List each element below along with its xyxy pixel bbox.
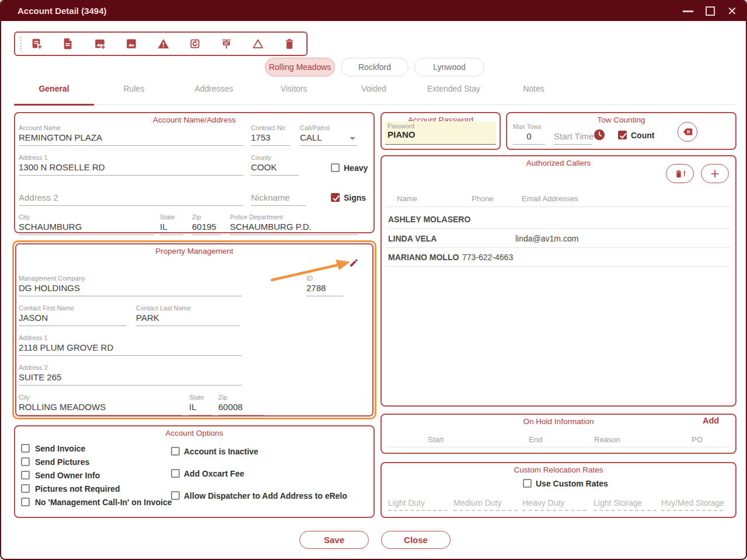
document-icon[interactable] — [61, 36, 76, 51]
count-checkbox[interactable] — [618, 131, 627, 139]
use-custom-rates-checkbox[interactable] — [523, 479, 532, 488]
contact-last-name-field[interactable]: Contact Last Name PARK — [136, 304, 240, 326]
panel-title: Account Name/Address — [15, 116, 374, 124]
county-field[interactable]: County COOK — [251, 153, 299, 176]
triangle-icon[interactable] — [250, 36, 266, 51]
panel-title: On Hold Information — [382, 417, 735, 426]
warning-icon[interactable] — [156, 36, 171, 51]
send-pictures-label: Send Pictures — [35, 457, 89, 467]
allow-dispatcher-checkbox[interactable] — [171, 491, 180, 500]
account-inactive-checkbox[interactable] — [171, 447, 180, 456]
caller-row-name[interactable]: MARIANO MOLLO — [388, 253, 459, 262]
field-value: DG HOLDINGS — [19, 282, 242, 293]
nickname-field[interactable]: Nickname — [251, 184, 306, 206]
note-add-icon[interactable] — [29, 36, 44, 51]
caller-row-phone: 773-622-4663 — [462, 253, 513, 262]
send-owner-info-checkbox[interactable] — [21, 471, 30, 480]
add-oxcart-fee-checkbox[interactable] — [171, 469, 180, 478]
contract-no-field[interactable]: Contract No 1753 — [251, 124, 290, 146]
account-name-field[interactable]: Account Name REMINGTON PLAZA — [19, 124, 243, 146]
toolbar-drag-handle[interactable] — [20, 37, 22, 52]
field-placeholder: Start Time — [554, 131, 592, 142]
field-label — [251, 184, 306, 192]
delete-caller-button[interactable]: ! — [666, 164, 694, 183]
medium-duty-field[interactable]: Medium Duty — [453, 498, 518, 511]
property-management-highlight: Property Management — [12, 240, 376, 419]
signs-checkbox[interactable] — [331, 193, 340, 202]
contact-first-name-field[interactable]: Contact First Name JASON — [19, 304, 127, 326]
field-value: 1300 N ROSELLE RD — [19, 162, 243, 173]
field-label: City — [19, 393, 182, 401]
location-tab-rockford[interactable]: Rockford — [341, 58, 409, 76]
field-label: Max Tows — [513, 123, 545, 131]
add-hold-button[interactable]: Add — [703, 416, 719, 425]
field-value: SCHAUMBURG — [19, 221, 154, 232]
address1-field[interactable]: Address 1 1300 N ROSELLE RD — [19, 153, 243, 176]
pm-city-field[interactable]: City ROLLING MEADOWS — [19, 393, 182, 415]
light-duty-field[interactable]: Light Duty — [388, 498, 448, 511]
edit-pencil-icon[interactable] — [349, 258, 359, 270]
minimize-icon[interactable] — [683, 10, 693, 12]
tab-visitors[interactable]: Visitors — [254, 84, 334, 99]
save-button[interactable]: Save — [299, 531, 369, 549]
pm-address2-field[interactable]: Address 2 SUITE 265 — [19, 363, 242, 386]
tab-voided[interactable]: Voided — [334, 84, 414, 99]
heavy-checkbox[interactable] — [331, 163, 340, 172]
light-storage-field[interactable]: Light Storage — [594, 498, 657, 511]
pm-address1-field[interactable]: Address 1 2118 PLUM GROVE RD — [19, 334, 242, 356]
max-tows-field[interactable]: Max Tows 0 — [513, 123, 545, 145]
field-label: Contract No — [251, 124, 290, 132]
copy-refresh-icon[interactable] — [187, 36, 203, 51]
no-management-callin-checkbox[interactable] — [21, 498, 30, 506]
city-field[interactable]: City SCHAUMBURG — [19, 213, 154, 235]
close-button[interactable]: Close — [381, 531, 451, 549]
send-pictures-checkbox[interactable] — [21, 457, 30, 466]
zip-field[interactable]: Zip 60195 — [192, 213, 221, 235]
start-time-field[interactable]: Start Time — [554, 123, 592, 145]
tab-notes[interactable]: Notes — [494, 84, 574, 99]
field-value: 2118 PLUM GROVE RD — [19, 342, 242, 353]
field-value: PARK — [136, 312, 240, 323]
clock-icon[interactable] — [593, 128, 606, 144]
field-value: SCHAUMBURG P.D. — [230, 221, 358, 232]
maximize-icon[interactable] — [706, 6, 715, 16]
caller-row-name[interactable]: LINDA VELA — [388, 234, 437, 243]
field-label: Address 1 — [19, 153, 243, 162]
photo-icon[interactable] — [124, 36, 139, 51]
hvy-med-storage-field[interactable]: Hvy/Med Storage — [661, 498, 723, 511]
pictures-not-required-checkbox[interactable] — [21, 484, 30, 493]
pm-zip-field[interactable]: Zip 60008 — [218, 393, 264, 415]
add-caller-button[interactable] — [701, 164, 729, 183]
location-tab-rolling-meadows[interactable]: Rolling Meadows — [265, 58, 335, 76]
field-value: REMINGTON PLAZA — [19, 132, 243, 143]
police-department-field[interactable]: Police Department SCHAUMBURG P.D. — [230, 213, 358, 235]
trash-icon[interactable] — [282, 36, 297, 51]
table-divider — [386, 206, 731, 207]
clear-tow-count-button[interactable] — [678, 122, 697, 142]
onhold-col-po: PO — [692, 435, 703, 444]
field-label: Password — [388, 123, 494, 130]
management-company-field[interactable]: Management Company DG HOLDINGS — [19, 274, 242, 296]
close-icon[interactable]: ✕ — [727, 4, 737, 18]
password-field[interactable]: Password PIANO — [385, 121, 496, 145]
tab-general[interactable]: General — [14, 84, 94, 99]
send-invoice-checkbox[interactable] — [21, 444, 30, 453]
tab-addresses[interactable]: Addresses — [174, 84, 254, 99]
call-patrol-select[interactable]: Call/Patrol CALL — [300, 124, 357, 146]
field-value: IL — [160, 221, 183, 232]
management-id-field[interactable]: ID 2788 — [306, 274, 343, 296]
caller-row-name[interactable]: ASHLEY MOLASERO — [388, 215, 470, 224]
state-field[interactable]: State IL — [160, 213, 183, 235]
field-label: Contact First Name — [19, 304, 127, 312]
tab-extended-stay[interactable]: Extended Stay — [414, 84, 494, 99]
signpost-icon[interactable] — [219, 36, 234, 51]
heavy-duty-field[interactable]: Heavy Duty — [522, 498, 587, 511]
field-label: County — [251, 153, 299, 162]
pm-state-field[interactable]: State IL — [189, 393, 212, 415]
field-value: SUITE 265 — [19, 372, 242, 383]
tab-rules[interactable]: Rules — [94, 84, 174, 99]
field-placeholder: Light Duty — [388, 498, 448, 509]
add-photo-icon[interactable] — [92, 36, 107, 51]
address2-field[interactable]: Address 2 — [19, 184, 243, 206]
location-tab-lynwood[interactable]: Lynwood — [414, 58, 484, 76]
